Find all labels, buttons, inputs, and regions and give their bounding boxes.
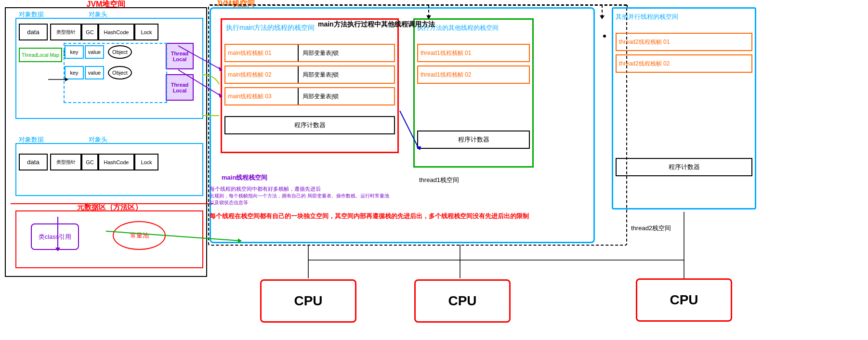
value-box-2: value: [85, 66, 104, 79]
prog-counter-main: 程序计数器: [224, 116, 395, 134]
key-box-2: key: [65, 66, 84, 79]
thread2-stack-label: thread2栈空间: [631, 224, 671, 233]
thread2-frame-2: thread2线程栈帧 02: [616, 54, 752, 73]
main-stack-desc: 每个线程的栈空间中都有好多栈帧，遵循先进后 出规则，每个栈帧指向一个方法，拥有自…: [210, 185, 393, 206]
svg-marker-3: [600, 15, 605, 19]
object-ellipse-1: Object: [108, 45, 132, 59]
class-ref-box: 类class引用: [31, 223, 79, 250]
main-stack-label: main线程栈空间: [222, 173, 267, 182]
data-box-bottom: data: [19, 154, 48, 170]
jvm-stack-area: JVM栈空间 执行main方法的线程的栈空间 main线程栈帧 01 局部变量表…: [210, 7, 595, 243]
obj-header-bottom-label: 对象头: [89, 135, 107, 144]
meta-title: 元数据区（方法区）: [77, 203, 142, 212]
thread-local-box-1: Thread Local: [166, 43, 194, 69]
thread2-frame-1: thread2线程栈帧 01: [616, 33, 752, 51]
frame-desc-2: 局部变量表|锁: [299, 71, 339, 79]
threadlocal-map: ThreadLocal Map: [19, 48, 62, 62]
svg-point-22: [603, 35, 606, 38]
kv-row-1: key value Object: [65, 45, 132, 59]
lock-box: Lock: [134, 24, 158, 40]
meta-area: 元数据区（方法区） 类class引用 常量池: [15, 210, 203, 268]
header-boxes-bottom: 类型指针 GC HashCode Lock: [50, 154, 158, 170]
lock-box-2: Lock: [134, 154, 158, 170]
hashcode-box-2: HashCode: [98, 154, 134, 170]
thread1-stack: 执行方法的其他线程的栈空间 thread1线程栈帧 01 thread1线程栈帧…: [413, 18, 534, 168]
jvm-heap-title: JVM堆空间: [87, 0, 126, 10]
object-ellipse-2: Object: [108, 66, 132, 79]
thread1-frame-2: thread1线程栈帧 02: [417, 65, 530, 84]
main-frame-2: main线程栈帧 02 局部变量表|锁: [224, 65, 395, 84]
cpu-box-1: CPU: [260, 279, 356, 323]
type-pointer-box-2: 类型指针: [50, 154, 81, 170]
frame-name-1: main线程栈帧 01: [225, 49, 298, 57]
obj-header-label: 对象头: [89, 10, 107, 19]
frame-name-2: main线程栈帧 02: [225, 71, 298, 79]
prog-counter-thread1: 程序计数器: [417, 131, 530, 149]
thread1-stack-label: thread1栈空间: [419, 176, 459, 184]
top-annotation: main方法执行过程中其他线程调用方法: [318, 20, 435, 29]
hashcode-box: HashCode: [98, 24, 134, 40]
gc-box: GC: [81, 24, 98, 40]
frame-desc-3: 局部变量表|锁: [299, 92, 339, 101]
frame-name-3: main线程栈帧 03: [225, 92, 298, 101]
type-pointer-box: 类型指针: [50, 24, 81, 40]
obj-data-bottom: 对象数据 对象头 data 类型指针 GC HashCode Lock: [15, 143, 203, 196]
main-thread-stack: 执行main方法的线程的栈空间 main线程栈帧 01 局部变量表|锁 main…: [221, 18, 399, 153]
data-box-top: data: [19, 24, 48, 40]
kv-row-2: key value Object: [65, 66, 132, 79]
thread2-stack: 其他并行线程的栈空间 thread2线程栈帧 01 thread2线程栈帧 02…: [612, 7, 756, 209]
header-boxes-top: 类型指针 GC HashCode Lock: [50, 24, 158, 40]
obj-data-top: 对象数据 对象头 data 类型指针 GC HashCode Lock: [15, 18, 203, 119]
bottom-note: 每个线程在栈空间都有自己的一块独立空间，其空间内部再遵循栈的先进后出，多个线程栈…: [210, 212, 629, 221]
diagram: JVM堆空间 对象数据 对象头 data 类型指针 GC HashCode: [0, 0, 868, 340]
frame-desc-1: 局部变量表|锁: [299, 49, 339, 57]
thread-local-box-2: Thread Local: [166, 74, 194, 101]
jvm-stack-title: JVM栈空间: [216, 0, 255, 9]
value-box-1: value: [85, 45, 104, 59]
gc-box-2: GC: [81, 154, 98, 170]
cpu-box-3: CPU: [636, 278, 732, 322]
main-frame-1: main线程栈帧 01 局部变量表|锁: [224, 44, 395, 62]
cpu-box-2: CPU: [414, 279, 511, 323]
obj-data-bottom-label: 对象数据: [19, 135, 44, 144]
key-box-1: key: [65, 45, 84, 59]
prog-counter-thread2: 程序计数器: [616, 158, 752, 176]
obj-data-label: 对象数据: [19, 10, 44, 19]
main-thread-stack-title: 执行main方法的线程的栈空间: [226, 24, 315, 32]
main-frame-3: main线程栈帧 03 局部变量表|锁: [224, 87, 395, 105]
kv-container: key value Object key value Object: [65, 45, 132, 79]
const-pool-ellipse: 常量池: [113, 221, 166, 250]
thread1-frame-1: thread1线程栈帧 01: [417, 44, 530, 62]
jvm-heap-area: JVM堆空间 对象数据 对象头 data 类型指针 GC HashCode: [5, 7, 207, 277]
thread2-stack-title: 其他并行线程的栈空间: [616, 13, 678, 21]
